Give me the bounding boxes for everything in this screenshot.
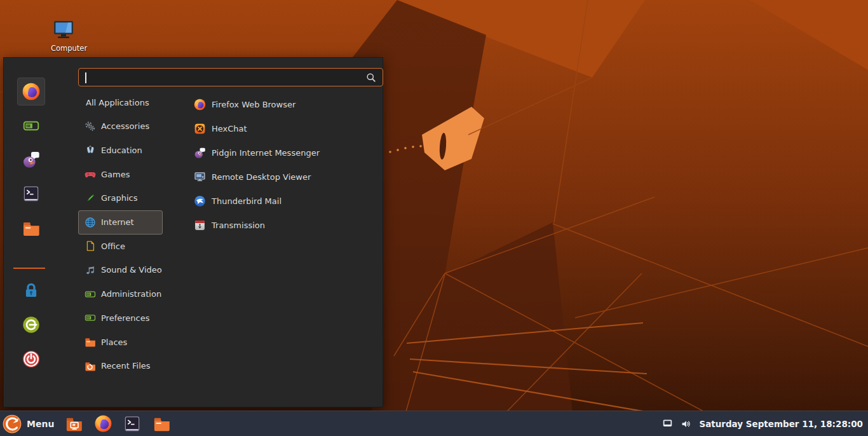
application-menu-popup: All Applications Accessories Education G… [3,57,383,407]
app-remote-desktop-viewer[interactable]: Remote Desktop Viewer [186,165,384,189]
category-label: Games [101,170,130,179]
search-input[interactable] [79,69,365,86]
category-label: Recent Files [101,361,151,371]
globe-icon [84,216,97,229]
files-folder-icon [21,218,41,238]
category-label: Preferences [101,313,149,323]
lock-screen-button[interactable] [17,276,45,304]
software-switcher-icon [22,116,41,135]
category-education[interactable]: Education [78,138,163,162]
switch-icon [84,311,97,324]
search-icon-slot [365,71,383,84]
launcher-desktop-folder[interactable] [63,413,85,435]
distro-logo-icon [3,414,22,433]
category-label: Office [101,242,125,251]
category-internet[interactable]: Internet [78,210,163,235]
bottom-panel: Menu Saturday September 11, 18:28:00 [0,411,868,436]
app-label: Firefox Web Browser [212,100,295,109]
panel-clock[interactable]: Saturday September 11, 18:28:00 [699,419,863,429]
category-label: Accessories [101,121,149,131]
app-label: Remote Desktop Viewer [212,172,311,182]
computer-desktop-icon-label: Computer [51,44,76,53]
category-accessories[interactable]: Accessories [78,114,163,139]
thunderbird-icon [193,194,207,208]
category-label: All Applications [86,98,149,107]
shutdown-icon [21,349,41,369]
computer-monitor-icon [52,20,75,39]
category-games[interactable]: Games [78,162,163,186]
category-label: Graphics [101,193,137,203]
favorite-firefox-button[interactable] [17,78,45,106]
category-sound-video[interactable]: Sound & Video [78,258,163,282]
lock-screen-icon [22,281,41,300]
pen-icon [84,192,97,205]
app-label: Pidgin Internet Messenger [212,148,320,158]
hexchat-icon [193,122,207,135]
display-icon[interactable] [661,418,674,429]
category-label: Internet [101,217,134,227]
pidgin-icon [193,146,207,160]
transmission-icon [193,219,207,232]
gears-icon [84,120,97,133]
category-label: Sound & Video [101,265,162,275]
app-label: HexChat [212,124,247,133]
launcher-files[interactable] [151,413,172,435]
category-all-applications[interactable]: All Applications [78,90,163,114]
category-graphics[interactable]: Graphics [78,186,163,210]
desktop-folder-icon [64,414,84,433]
app-label: Transmission [212,221,265,230]
firefox-icon [21,81,41,102]
volume-icon[interactable] [680,418,693,430]
search-icon [365,71,377,84]
favorites-divider [13,268,45,269]
app-pidgin-internet-messenger[interactable]: Pidgin Internet Messenger [186,140,384,165]
favorite-pidgin-button[interactable] [17,146,45,174]
category-office[interactable]: Office [78,234,163,258]
category-preferences[interactable]: Preferences [78,306,163,330]
panel-tray: Saturday September 11, 18:28:00 [661,411,868,436]
gamepad-icon [84,168,97,181]
recent-folder-icon [84,360,97,372]
category-label: Places [101,337,127,347]
favorite-files-button[interactable] [17,214,45,242]
menu-button[interactable]: Menu [0,411,58,436]
firefox-icon [93,414,113,433]
category-recent-files[interactable]: Recent Files [78,354,163,378]
app-thunderbird-mail[interactable]: Thunderbird Mail [186,189,384,213]
launcher-terminal[interactable] [121,413,143,435]
app-transmission[interactable]: Transmission [186,213,384,237]
computer-desktop-icon[interactable]: Computer [51,20,76,53]
terminal-icon [123,414,142,433]
document-icon [84,240,97,252]
app-hexchat[interactable]: HexChat [186,116,384,140]
category-label: Administration [101,289,161,299]
shutdown-button[interactable] [17,345,45,373]
category-label: Education [101,146,142,155]
switch-icon [84,288,97,301]
education-icon [84,144,97,156]
logout-button[interactable] [17,311,45,339]
favorites-sidebar [4,58,56,407]
favorite-software-switcher-button[interactable] [17,112,45,140]
files-folder-icon [152,414,172,433]
remote-desktop-icon [193,170,207,184]
category-places[interactable]: Places [78,330,163,354]
launcher-firefox[interactable] [92,413,114,435]
category-administration[interactable]: Administration [78,282,163,306]
music-note-icon [84,264,97,276]
firefox-icon [193,98,207,111]
menu-button-label: Menu [27,419,54,429]
terminal-icon [22,184,41,203]
logout-icon [21,315,41,335]
favorite-terminal-button[interactable] [17,180,45,208]
app-label: Thunderbird Mail [212,196,281,206]
menu-search-box [78,68,383,86]
app-firefox-web-browser[interactable]: Firefox Web Browser [186,92,384,116]
pidgin-icon [21,149,41,170]
folder-icon [84,336,97,348]
text-cursor [85,72,86,83]
